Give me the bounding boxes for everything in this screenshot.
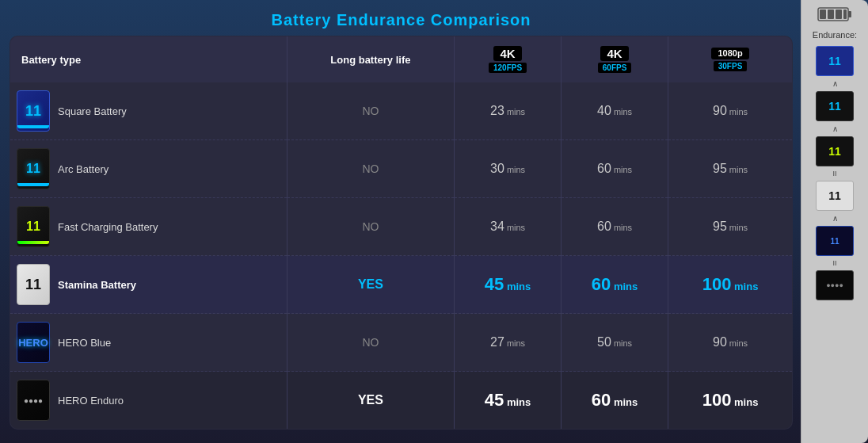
caret-up-3[interactable]: II: [832, 170, 836, 178]
mins-value: 45 mins: [485, 280, 531, 292]
mins-value: 40 mins: [597, 104, 632, 117]
mins-value: 95 mins: [713, 162, 748, 175]
sidebar-item-square: 11: [816, 46, 854, 77]
battery-icon-square: 11: [17, 90, 50, 132]
battery-icon-fast: 11: [17, 206, 50, 247]
long-life-value: NO: [362, 162, 379, 175]
mins-value: 27 mins: [490, 335, 525, 349]
mins-value: 60 mins: [597, 220, 632, 233]
caret-up-2[interactable]: ∧: [832, 125, 838, 133]
svg-rect-5: [843, 10, 847, 19]
svg-rect-2: [820, 10, 826, 19]
sidebar-item-hero-blue: 11: [816, 226, 854, 257]
battery-icon-enduro: ●●●●: [17, 380, 50, 421]
svg-rect-1: [848, 11, 851, 17]
mins-value: 100 mins: [702, 280, 759, 292]
comparison-table: Battery type Long battery life 4K 120FPS: [10, 36, 793, 430]
battery-cell-arc: 11 Arc Battery: [17, 148, 280, 189]
caret-up-5[interactable]: II: [832, 260, 836, 267]
sidebar-item-enduro: ●●●●: [816, 270, 854, 301]
long-life-value: YES: [358, 393, 383, 407]
mins-value: 90 mins: [713, 104, 748, 117]
mins-value: 23 mins: [490, 104, 525, 117]
mins-value: 30 mins: [490, 162, 525, 175]
mins-value: 60 mins: [592, 280, 638, 292]
table-row: 11 Fast Charging Battery NO 34 mins: [10, 198, 793, 256]
table-row: 11 Arc Battery NO 30 mins: [10, 140, 793, 198]
long-life-value: YES: [358, 277, 383, 291]
table-row: HERO HERO Blue NO 27 mins 50 mins: [10, 314, 793, 372]
col-header-1080p: 1080p 30FPS: [668, 36, 793, 83]
sidebar-icon-fast: 11: [816, 136, 854, 166]
battery-cell-square: 11 Square Battery: [17, 90, 280, 132]
main-table-container: Battery Endurance Comparison Battery typ…: [0, 0, 801, 443]
caret-up-1[interactable]: ∧: [832, 80, 838, 88]
table-row-stamina: 11 Stamina Battery YES 45 mins 60 min: [10, 256, 793, 314]
battery-name: Fast Charging Battery: [58, 221, 158, 233]
sidebar-icon-stamina: 11: [816, 181, 854, 211]
sidebar-icon-enduro: ●●●●: [816, 270, 854, 300]
col-header-long-battery-life: Long battery life: [287, 36, 454, 83]
table-row-enduro: ●●●● HERO Enduro YES 45 mins 60 mins: [10, 372, 793, 430]
mins-value: 60 mins: [592, 395, 638, 408]
svg-rect-3: [828, 10, 834, 19]
battery-cell-fast: 11 Fast Charging Battery: [17, 206, 280, 247]
battery-icon-stamina: 11: [17, 264, 50, 305]
sidebar: Endurance: 11 ∧ 11 ∧ 11 II 11 ∧ 11 II ●●…: [801, 0, 868, 443]
battery-name: Stamina Battery: [58, 279, 136, 291]
battery-cell-enduro: ●●●● HERO Enduro: [17, 380, 280, 421]
outer-wrapper: Battery Endurance Comparison Battery typ…: [0, 0, 868, 443]
page-title: Battery Endurance Comparison: [10, 6, 793, 36]
mins-value: 95 mins: [713, 220, 748, 233]
battery-icon-arc: 11: [17, 148, 50, 189]
long-life-value: NO: [362, 336, 379, 349]
battery-icon-hero-blue: HERO: [17, 322, 50, 363]
battery-name: HERO Enduro: [58, 395, 124, 407]
battery-cell-hero-blue: HERO HERO Blue: [17, 322, 280, 363]
battery-name: Square Battery: [58, 105, 127, 117]
battery-name: HERO Blue: [58, 337, 111, 349]
battery-cell-stamina: 11 Stamina Battery: [17, 264, 280, 305]
col-header-battery-type: Battery type: [10, 36, 287, 83]
sidebar-item-fast: 11: [816, 136, 854, 167]
caret-up-4[interactable]: ∧: [832, 215, 838, 223]
mins-value: 34 mins: [490, 220, 525, 233]
mins-value: 60 mins: [597, 162, 632, 175]
battery-name: Arc Battery: [58, 163, 108, 175]
sidebar-item-arc: 11: [816, 91, 854, 122]
long-life-value: NO: [362, 220, 379, 233]
table-row: 11 Square Battery NO 23 mins: [10, 82, 793, 140]
col-header-4k60: 4K 60FPS: [562, 36, 668, 83]
sidebar-battery-meter-icon: [817, 6, 852, 25]
sidebar-endurance-label: Endurance:: [813, 30, 857, 40]
sidebar-item-stamina: 11: [816, 181, 854, 212]
svg-rect-4: [836, 10, 842, 19]
mins-value: 50 mins: [597, 335, 632, 349]
sidebar-icon-hero-blue: 11: [816, 226, 854, 256]
mins-value: 45 mins: [485, 395, 531, 408]
long-life-value: NO: [362, 105, 379, 117]
sidebar-icon-square: 11: [816, 46, 854, 76]
mins-value: 100 mins: [702, 395, 759, 408]
col-header-4k120: 4K 120FPS: [455, 36, 562, 83]
sidebar-icon-arc: 11: [816, 91, 854, 121]
mins-value: 90 mins: [713, 335, 748, 349]
